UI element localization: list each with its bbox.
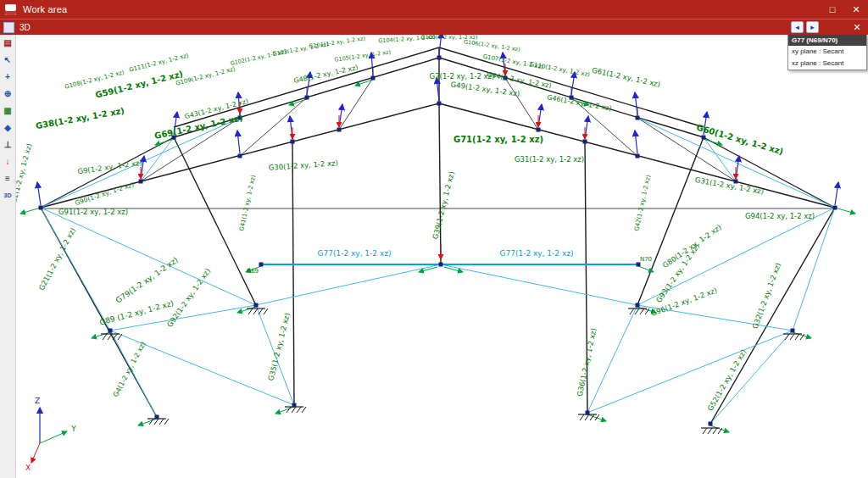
member-label: G107(1-2 xy, 1-2 xz) xyxy=(482,53,544,70)
clipboard-tool[interactable]: ▤ xyxy=(1,36,14,50)
member-label: G77(1-2 xy, 1-2 xz) xyxy=(318,249,392,258)
member-label: G89 (1-2 xy, 1-2 xz) xyxy=(99,299,175,327)
member-label: G79(1-2 xy, 1-2 xz) xyxy=(114,255,180,304)
title-bar[interactable]: Work area □ ✕ xyxy=(0,0,868,19)
member-label: G93(1-2 xy, 1-2 xz) xyxy=(654,242,701,304)
tooltip-title: G77 (N69/N70) xyxy=(788,35,866,46)
view-controls: ◂ ▸ ✕ xyxy=(788,19,868,35)
member-label: G52(1-2 xy, 1-2 xz) xyxy=(706,347,748,412)
support-symbol xyxy=(783,334,804,340)
member-label: G43(1-2 xy, 1-2 xz) xyxy=(184,97,249,120)
member-label: G94(1-2 xy, 1-2 xz) xyxy=(745,212,815,220)
member-label: G92(1-2 xy, 1-2 xz) xyxy=(165,267,212,329)
load-arrows-layer xyxy=(20,34,855,463)
tooltip-xz-plane: xz plane : Secant xyxy=(788,58,866,69)
member-label: G77(1-2 xy, 1-2 xz) xyxy=(500,249,574,258)
layers-tool[interactable]: ≡ xyxy=(1,172,14,186)
support-symbol xyxy=(701,428,722,434)
member-label: G49(1-2 xy, 1-2 xz) xyxy=(450,80,520,97)
tooltip-xy-plane: xy plane : Secant xyxy=(788,46,866,58)
view-bar: 3D ◂ ▸ ✕ xyxy=(0,19,868,35)
viewport-icon xyxy=(3,22,14,33)
nodes-layer xyxy=(39,56,837,426)
member-label: G31(1-2 xy, 1-2 xz) xyxy=(515,155,584,164)
members-tool[interactable]: ▦ xyxy=(1,104,14,118)
member-label: G4(1-2 xy, 1-2 xz) xyxy=(112,341,147,398)
window-title: Work area xyxy=(23,4,67,14)
member-label: G105(1-2 xy, 1-2 xz) xyxy=(334,48,391,63)
member-label: G59(1-2 xy, 1-2 xz) xyxy=(94,69,184,99)
member-label: G91(1-2 xy, 1-2 xz) xyxy=(58,208,128,216)
member-label: G2(1-2 xy, 1-2 xz) xyxy=(430,72,495,81)
model-svg: G108(1-2 xy, 1-2 xz)G111(1-2 xy, 1-2 xz)… xyxy=(15,34,868,478)
support-symbol xyxy=(247,308,268,314)
member-label: G102(1-2 xy, 1-2 xz) xyxy=(230,48,287,67)
window-controls: □ ✕ xyxy=(821,0,868,19)
supports-layer xyxy=(101,308,804,434)
member-label: G108(1-2 xy, 1-2 xz) xyxy=(64,69,125,90)
model-canvas[interactable]: G108(1-2 xy, 1-2 xz)G111(1-2 xy, 1-2 xz)… xyxy=(15,34,868,478)
member-label: G80(1-2 xy, 1-2 xz) xyxy=(661,223,723,270)
member-label: G35(1-2 xy, 1-2 xz) xyxy=(266,312,292,381)
member-label: G46(1-2 xy, 1-2 xz) xyxy=(547,93,613,112)
close-button[interactable]: ✕ xyxy=(844,0,868,19)
member-label: G60(1-2 xy, 1-2 xz) xyxy=(695,123,784,157)
support-symbol xyxy=(578,414,599,420)
zoom-tool[interactable]: ⊕ xyxy=(1,87,14,101)
member-label: N69 xyxy=(247,268,259,275)
close-view-button[interactable]: ✕ xyxy=(846,19,868,35)
member-label: G69(1-2 xy, 1-2 xz) xyxy=(153,113,243,141)
member-label: G109(1-2 xy, 1-2 xz) xyxy=(175,65,236,86)
select-tool[interactable]: ↖ xyxy=(1,53,14,67)
app-icon xyxy=(5,4,16,15)
next-view-button[interactable]: ▸ xyxy=(806,21,819,33)
member-label: G9(1-2 xy, 1-2 xz) xyxy=(77,158,142,176)
member-label: G71(1-2 xy, 1-2 xz) xyxy=(453,135,543,144)
member-label: G90(1-2 xy, 1-2 xz) xyxy=(74,181,135,207)
member-label: G101(1-2 xy, 1-2 xz) xyxy=(309,35,365,49)
support-symbol xyxy=(147,419,169,425)
member-label: G42(1-2 xy, 1-2 xz) xyxy=(633,174,652,231)
member-label: G48(1-2 xy, 1-2 xz) xyxy=(293,64,359,85)
axis-y-label: Y xyxy=(70,425,76,433)
member-label: G31(1-2 xy, 1-2 xz) xyxy=(694,175,765,196)
member-label: G106(1-2 xy, 1-2 xz) xyxy=(464,38,520,53)
member-label: G44(1-2 xy, 1-2 xz) xyxy=(487,70,553,89)
member-label: G30(1-2 xy, 1-2 xz) xyxy=(268,158,338,172)
member-label: G41(1-2 xy, 1-2 xz) xyxy=(238,174,257,231)
member-label: G110(1-2 xy, 1-2 xz) xyxy=(529,61,591,78)
axis-x-label: X xyxy=(25,464,31,472)
member-label: G39(1-2 xy, 1-2 xz) xyxy=(431,170,456,240)
member-label: G61(1-2 xy, 1-2 xz) xyxy=(591,66,660,89)
member-label: G32(1-2 xy, 1-2 xz) xyxy=(750,262,782,331)
labels-layer: G108(1-2 xy, 1-2 xz)G111(1-2 xy, 1-2 xz)… xyxy=(15,34,815,472)
left-toolbar: ▤↖+⊕▦◈⊥↓≡3D xyxy=(0,34,16,478)
nodes-tool[interactable]: ◈ xyxy=(1,121,14,135)
member-label: G38(1-2 xy, 1-2 xz) xyxy=(35,106,125,131)
pan-tool[interactable]: + xyxy=(1,70,14,84)
member-label: G104(1-2 xy, 1-2 xz) xyxy=(378,34,435,44)
maximize-button[interactable]: □ xyxy=(821,0,844,19)
member-label: G21(1-2 xy, 1-2 xz) xyxy=(37,226,77,292)
member-label: G36(1-2 xy, 1-2 xz) xyxy=(576,327,598,397)
member-label: G96(1-2 xy, 1-2 xz) xyxy=(650,286,719,318)
members-layer xyxy=(41,47,835,424)
member-label: N70 xyxy=(640,256,652,263)
member-label: G111(1-2 xy, 1-2 xz) xyxy=(129,52,190,73)
member-label: G100(1-2 xy, 1-2 xz) xyxy=(421,34,478,41)
supports-tool[interactable]: ⊥ xyxy=(1,138,14,152)
axis-z-label: Z xyxy=(35,397,40,405)
support-symbol xyxy=(285,407,306,413)
loads-tool[interactable]: ↓ xyxy=(1,155,14,169)
support-symbol xyxy=(101,334,122,340)
member-label: G2(1-2 xy, 1-2 xz) xyxy=(15,142,33,203)
support-symbol xyxy=(628,308,649,314)
view-3d-tool[interactable]: 3D xyxy=(1,189,14,203)
previous-view-button[interactable]: ◂ xyxy=(791,21,804,33)
work-area-window: Work area □ ✕ 3D ◂ ▸ ✕ ▤↖+⊕▦◈⊥↓≡3D G108(… xyxy=(0,0,868,478)
view-title: 3D xyxy=(19,23,31,32)
member-tooltip: G77 (N69/N70) xy plane : Secant xz plane… xyxy=(787,34,867,70)
member-label: G103(1-2 xy, 1-2 xz) xyxy=(272,41,329,58)
